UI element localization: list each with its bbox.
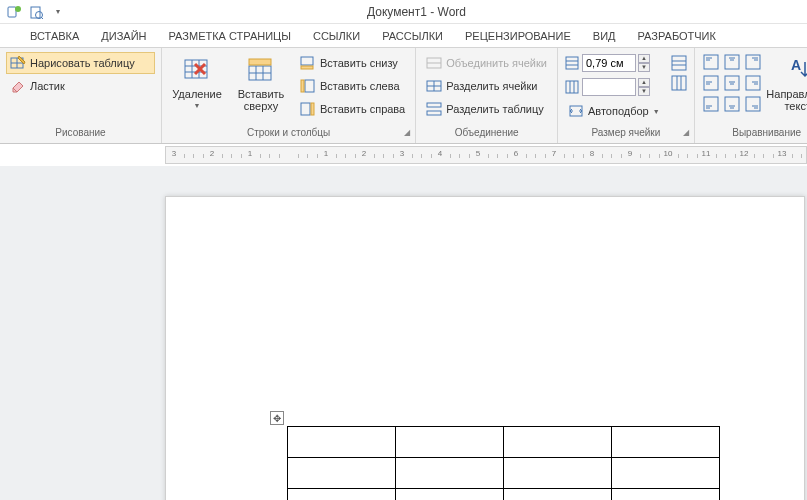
autofit-icon [568,103,584,119]
insert-left-button[interactable]: Вставить слева [296,75,409,97]
svg-rect-52 [746,55,760,69]
col-width-input[interactable] [582,78,636,96]
delete-label: Удаление [172,88,222,100]
dialog-launcher-icon[interactable]: ◢ [681,128,691,138]
table-move-handle-icon[interactable]: ✥ [270,411,284,425]
align-top-left[interactable] [701,52,721,72]
tab-view[interactable]: ВИД [583,26,626,47]
svg-rect-46 [704,55,718,69]
insert-above-label: Вставить сверху [238,88,285,112]
svg-rect-21 [301,66,313,69]
split-cells-button[interactable]: Разделить ячейки [422,75,551,97]
print-preview-icon[interactable] [28,4,44,20]
col-width-icon [564,79,580,95]
svg-rect-31 [427,103,441,107]
svg-line-4 [41,17,43,19]
autofit-button[interactable]: Автоподбор ▼ [564,100,664,122]
text-direction-icon: A [785,54,807,86]
svg-rect-58 [725,76,739,90]
draw-table-label: Нарисовать таблицу [30,57,135,69]
align-mid-right[interactable] [743,73,763,93]
group-merge-label: Объединение [416,127,557,143]
svg-rect-40 [672,56,686,70]
touch-mode-icon[interactable] [6,4,22,20]
width-spinner[interactable]: ▲▼ [638,78,650,96]
tab-review[interactable]: РЕЦЕНЗИРОВАНИЕ [455,26,581,47]
svg-text:A: A [791,57,801,73]
svg-rect-49 [725,55,739,69]
tab-design[interactable]: ДИЗАЙН [91,26,156,47]
qat-customize-icon[interactable]: ▾ [50,4,66,20]
align-top-right[interactable] [743,52,763,72]
svg-rect-55 [704,76,718,90]
group-draw-label: Рисование [0,127,161,143]
eraser-button[interactable]: Ластик [6,75,155,97]
svg-rect-61 [746,76,760,90]
tab-insert[interactable]: ВСТАВКА [20,26,89,47]
svg-rect-25 [311,103,314,115]
eraser-icon [10,78,26,94]
align-mid-center[interactable] [722,73,742,93]
quick-access-toolbar: ▾ [0,4,66,20]
alignment-grid [701,52,763,114]
insert-above-button[interactable]: Вставить сверху [232,52,290,124]
merge-cells-label: Объединить ячейки [446,57,547,69]
insert-below-label: Вставить снизу [320,57,398,69]
insert-left-label: Вставить слева [320,80,400,92]
split-table-icon [426,101,442,117]
group-alignment-label: Выравнивание [695,127,807,143]
group-rows-cols: Удаление ▼ Вставить сверху Вставить сниз… [162,48,416,143]
row-height-icon [564,55,580,71]
window-title: Документ1 - Word [66,5,767,19]
svg-rect-32 [427,111,441,115]
align-top-center[interactable] [722,52,742,72]
ribbon-tabs: ВСТАВКА ДИЗАЙН РАЗМЕТКА СТРАНИЦЫ ССЫЛКИ … [0,24,807,48]
tab-references[interactable]: ССЫЛКИ [303,26,370,47]
row-height-input[interactable] [582,54,636,72]
group-alignment: A Направление текста Выравнивание [695,48,807,143]
svg-rect-22 [305,80,314,92]
tab-developer[interactable]: РАЗРАБОТЧИК [628,26,726,47]
split-table-button[interactable]: Разделить таблицу [422,98,551,120]
align-bot-left[interactable] [701,94,721,114]
tab-mailings[interactable]: РАССЫЛКИ [372,26,453,47]
svg-rect-36 [566,81,578,93]
svg-rect-70 [746,97,760,111]
insert-left-icon [300,78,316,94]
svg-rect-43 [672,76,686,90]
distribute-rows-icon[interactable] [670,54,688,72]
align-mid-left[interactable] [701,73,721,93]
delete-button[interactable]: Удаление ▼ [168,52,226,124]
insert-below-icon [300,55,316,71]
insert-below-button[interactable]: Вставить снизу [296,52,409,74]
merge-cells-button[interactable]: Объединить ячейки [422,52,551,74]
dialog-launcher-icon[interactable]: ◢ [402,128,412,138]
document-table[interactable] [287,426,720,500]
chevron-down-icon: ▼ [194,102,201,109]
svg-rect-67 [725,97,739,111]
svg-rect-20 [301,57,313,65]
group-merge: Объединить ячейки Разделить ячейки Разде… [416,48,558,143]
chevron-down-icon: ▼ [653,108,660,115]
group-draw: Нарисовать таблицу Ластик Рисование [0,48,162,143]
draw-table-button[interactable]: Нарисовать таблицу [6,52,155,74]
ruler-area: 32112345678910111213 [0,144,807,166]
tab-layout[interactable]: РАЗМЕТКА СТРАНИЦЫ [159,26,301,47]
document-workspace: ✥ [0,166,807,500]
distribute-cols-icon[interactable] [670,74,688,92]
align-bot-center[interactable] [722,94,742,114]
svg-rect-24 [301,103,310,115]
svg-rect-23 [301,80,304,92]
horizontal-ruler[interactable]: 32112345678910111213 [165,146,807,164]
title-bar: ▾ Документ1 - Word [0,0,807,24]
split-table-label: Разделить таблицу [446,103,544,115]
group-cell-size: ▲▼ ▲▼ Автоподбор ▼ Размер ячейки [558,48,695,143]
text-direction-button[interactable]: A Направление текста [769,52,807,124]
insert-right-icon [300,101,316,117]
height-spinner[interactable]: ▲▼ [638,54,650,72]
delete-icon [181,54,213,86]
split-cells-icon [426,78,442,94]
insert-right-button[interactable]: Вставить справа [296,98,409,120]
align-bot-right[interactable] [743,94,763,114]
insert-above-icon [245,54,277,86]
